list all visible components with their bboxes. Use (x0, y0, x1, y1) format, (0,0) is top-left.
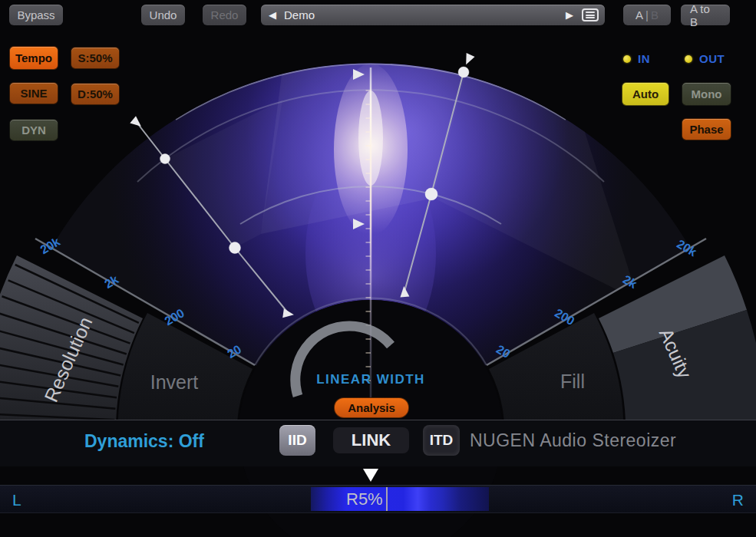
pan-right-label: R (732, 491, 744, 509)
pan-section: L R R5% (0, 466, 756, 537)
curve-node-handle[interactable] (425, 188, 437, 200)
iid-label: IID (288, 432, 306, 449)
mono-button[interactable]: Mono (682, 82, 731, 106)
curve-node-handle[interactable] (160, 154, 170, 164)
analysis-button[interactable]: Analysis (334, 397, 409, 418)
dyn-label: DYN (21, 124, 46, 137)
s-amount-button[interactable]: S:50% (71, 47, 120, 69)
a-to-b-label: A to B (690, 2, 721, 28)
ab-compare-button[interactable]: A | B (623, 5, 671, 25)
tempo-label: Tempo (15, 51, 52, 64)
ab-separator: | (645, 8, 649, 21)
preset-next-icon[interactable]: ▶ (562, 9, 577, 21)
itd-button[interactable]: ITD (423, 425, 460, 456)
phase-label: Phase (689, 123, 723, 136)
bottom-control-strip: Dynamics: Off IID LINK ITD NUGEN Audio S… (0, 420, 756, 466)
mono-label: Mono (692, 87, 722, 100)
stereoizer-window: Resolution Acuity Invert Fill 20k 2k 200… (0, 0, 756, 537)
pan-center-tick (386, 487, 388, 511)
preset-name: Demo (284, 8, 315, 21)
bypass-label: Bypass (17, 8, 54, 21)
preset-prev-icon[interactable]: ◀ (261, 9, 284, 21)
bypass-button[interactable]: Bypass (9, 5, 63, 25)
auto-button[interactable]: Auto (622, 82, 669, 106)
ab-b-label: B (651, 8, 659, 21)
pan-left-label: L (12, 491, 21, 509)
in-led-icon (623, 55, 631, 63)
d-amount-button[interactable]: D:50% (71, 83, 120, 105)
a-to-b-button[interactable]: A to B (681, 5, 730, 25)
curve-arrow-handle[interactable] (130, 116, 144, 130)
fill-label: Fill (560, 371, 585, 392)
pan-bar[interactable]: L R R5% (0, 485, 756, 513)
itd-label: ITD (430, 432, 454, 449)
curve-arrow-handle[interactable] (462, 53, 475, 67)
brand-text: NUGEN Audio Stereoizer (470, 430, 676, 451)
phase-button[interactable]: Phase (682, 118, 731, 140)
out-led-icon (685, 55, 692, 63)
sine-button[interactable]: SINE (9, 82, 58, 104)
undo-label: Undo (150, 8, 177, 21)
output-meter-group: OUT (685, 52, 725, 65)
invert-label: Invert (150, 371, 199, 393)
pan-meter[interactable]: R5% (311, 487, 489, 511)
redo-label: Redo (211, 8, 239, 21)
width-mode-label: LINEAR WIDTH (316, 372, 425, 387)
tempo-button[interactable]: Tempo (9, 46, 58, 70)
analysis-label: Analysis (348, 401, 395, 414)
undo-button[interactable]: Undo (141, 5, 185, 25)
link-button[interactable]: LINK (333, 427, 409, 453)
out-label: OUT (699, 52, 725, 65)
preset-selector[interactable]: ◀ Demo ▶ (261, 5, 605, 25)
curve-node-handle[interactable] (458, 67, 469, 77)
d-amount-label: D:50% (78, 87, 113, 100)
dynamics-readout[interactable]: Dynamics: Off (84, 431, 204, 452)
preset-list-icon[interactable] (582, 8, 599, 21)
pan-pointer-icon[interactable] (363, 469, 378, 482)
input-meter-group: IN (623, 52, 650, 65)
top-toolbar: Bypass Undo Redo ◀ Demo ▶ A | B A to B (0, 0, 756, 31)
s-amount-label: S:50% (78, 51, 112, 64)
sine-label: SINE (20, 87, 47, 100)
pan-readout: R5% (346, 489, 383, 509)
curve-node-handle[interactable] (229, 242, 241, 254)
ab-a-label: A (636, 8, 643, 21)
auto-label: Auto (632, 87, 659, 100)
redo-button[interactable]: Redo (203, 5, 246, 25)
iid-button[interactable]: IID (279, 425, 315, 456)
in-label: IN (638, 52, 650, 65)
dyn-button[interactable]: DYN (9, 119, 58, 141)
link-label: LINK (352, 430, 391, 450)
